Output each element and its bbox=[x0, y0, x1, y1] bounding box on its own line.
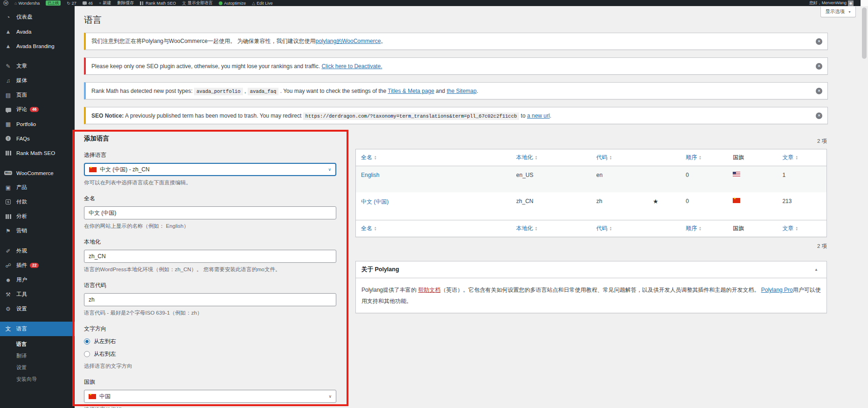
sort-icon bbox=[795, 226, 798, 231]
sidebar-item-media[interactable]: ♫ 媒体 bbox=[0, 73, 75, 88]
sort-posts-header[interactable]: 文章 bbox=[782, 225, 793, 232]
sidebar-item-label: WooCommerce bbox=[16, 170, 54, 176]
appearance-icon: ✐ bbox=[4, 248, 12, 254]
dismiss-notice-icon[interactable]: ✕ bbox=[816, 38, 822, 45]
dismiss-notice-icon[interactable]: ✕ bbox=[816, 88, 822, 94]
sidebar-item-marketing[interactable]: ⚑ 营销 bbox=[0, 224, 75, 238]
online-status-badge[interactable]: 已上线 bbox=[46, 0, 61, 6]
sort-name-header[interactable]: 全名 bbox=[361, 154, 372, 161]
sidebar-item-languages[interactable]: 文 语言 bbox=[0, 322, 75, 336]
sidebar-item-label: 插件 bbox=[16, 262, 27, 269]
sidebar-item-payments[interactable]: $ 付款 bbox=[0, 195, 75, 209]
sort-name-header[interactable]: 全名 bbox=[361, 225, 372, 232]
rtl-radio-option[interactable]: 从右到左 bbox=[84, 350, 336, 358]
sort-order-header[interactable]: 顺序 bbox=[686, 225, 697, 232]
submenu-item-settings[interactable]: 设置 bbox=[0, 362, 75, 373]
notice-text: . bbox=[550, 113, 551, 119]
sidebar-item-label: 页面 bbox=[16, 91, 27, 98]
about-body: Polylang提供了丰富的 帮助文档（英语）。它包含有关如何设置您的多语言站点… bbox=[356, 278, 826, 313]
sidebar-item-label: 设置 bbox=[16, 305, 27, 312]
collapse-toggle-icon[interactable]: ▲ bbox=[812, 267, 821, 273]
posts-count-cell: 1 bbox=[777, 166, 826, 193]
new-url-link[interactable]: a new url bbox=[527, 113, 550, 119]
rank-math-menu[interactable]: Rank Math SEO bbox=[140, 1, 176, 6]
sidebar-item-label: 分析 bbox=[16, 213, 27, 220]
flag-header: 国旗 bbox=[728, 220, 777, 237]
language-code-field[interactable] bbox=[84, 293, 336, 306]
new-content-menu[interactable]: + 新建 bbox=[99, 0, 111, 6]
table-footer-row: 全名 本地化 代码 顺序 国旗 文章 bbox=[356, 220, 827, 237]
flag-select[interactable]: ★ 中国 ∨ bbox=[84, 390, 336, 403]
site-menu[interactable]: ⌂ Wondersha bbox=[14, 1, 40, 6]
account-menu[interactable]: 您好，MervenWang ☻ bbox=[809, 0, 854, 6]
plugins-count-badge: 22 bbox=[30, 263, 39, 268]
sitemap-link[interactable]: the Sitemap bbox=[447, 88, 477, 94]
menu-separator bbox=[0, 160, 75, 166]
comments-icon bbox=[4, 107, 12, 112]
sidebar-item-faqs[interactable]: ! FAQs bbox=[0, 131, 75, 146]
sort-locale-header[interactable]: 本地化 bbox=[516, 154, 533, 161]
sidebar-item-label: 付款 bbox=[16, 198, 27, 205]
sidebar-item-tools[interactable]: ⚒ 工具 bbox=[0, 287, 75, 302]
wp-logo-menu[interactable]: W bbox=[3, 0, 8, 6]
comments-menu[interactable]: 46 bbox=[83, 1, 93, 6]
sidebar-item-comments[interactable]: 评论 46 bbox=[0, 102, 75, 117]
sidebar-item-dashboard[interactable]: ◔ 仪表盘 bbox=[0, 10, 75, 24]
sidebar-item-portfolio[interactable]: ▦ Portfolio bbox=[0, 117, 75, 131]
sidebar-item-plugins[interactable]: ☍ 插件 22 bbox=[0, 258, 75, 273]
sidebar-item-label: Avada Branding bbox=[16, 43, 55, 49]
sidebar-item-woocommerce[interactable]: Woo WooCommerce bbox=[0, 166, 75, 180]
edit-live-menu[interactable]: △ Edit Live bbox=[252, 1, 272, 6]
language-name-link[interactable]: English bbox=[361, 172, 379, 178]
submenu-item-languages[interactable]: 语言 bbox=[0, 338, 75, 350]
sidebar-item-users[interactable]: ☻ 用户 bbox=[0, 273, 75, 287]
updates-menu[interactable]: ↻ 27 bbox=[67, 1, 76, 6]
sort-icon bbox=[699, 155, 701, 160]
documentation-link[interactable]: 帮助文档 bbox=[418, 287, 440, 293]
sidebar-item-posts[interactable]: ✎ 文章 bbox=[0, 59, 75, 73]
sidebar-item-analytics[interactable]: 分析 bbox=[0, 209, 75, 224]
sidebar-item-products[interactable]: ▣ 产品 bbox=[0, 180, 75, 195]
dismiss-notice-icon[interactable]: ✕ bbox=[816, 113, 822, 119]
admin-notices: 我们注意到您正在将Polylang与WooCommerce一起使用。 为确保兼容… bbox=[84, 33, 828, 132]
clear-cache-menu[interactable]: 删除缓存 bbox=[117, 0, 134, 6]
deactivate-link[interactable]: Click here to Deactivate. bbox=[321, 63, 382, 70]
sidebar-item-avada-branding[interactable]: ▲ Avada Branding bbox=[0, 39, 75, 53]
rank-math-seo-icon bbox=[4, 151, 12, 155]
sort-posts-header[interactable]: 文章 bbox=[782, 154, 793, 161]
notice-text: Please keep only one SEO plugin active, … bbox=[91, 63, 321, 70]
dismiss-notice-icon[interactable]: ✕ bbox=[816, 63, 822, 70]
sidebar-item-appearance[interactable]: ✐ 外观 bbox=[0, 244, 75, 258]
submenu-item-setup-wizard[interactable]: 安装向导 bbox=[0, 373, 75, 385]
choose-language-select[interactable]: ★ 中文 (中国) - zh_CN ∨ bbox=[84, 163, 336, 176]
menu-separator bbox=[0, 316, 75, 322]
locale-field[interactable] bbox=[84, 250, 336, 263]
sidebar-item-avada[interactable]: ▲ Avada bbox=[0, 24, 75, 39]
titles-meta-link[interactable]: Titles & Meta page bbox=[388, 88, 434, 94]
polylang-woocommerce-link[interactable]: polylang的WooCommerce bbox=[316, 38, 381, 44]
sidebar-item-pages[interactable]: ▤ 页面 bbox=[0, 88, 75, 102]
sort-icon bbox=[535, 155, 537, 160]
sidebar-item-label: 产品 bbox=[16, 184, 27, 191]
fullname-field[interactable] bbox=[84, 206, 336, 219]
scrollbar[interactable] bbox=[861, 0, 868, 408]
screen-options-button[interactable]: 显示选项 ▼ bbox=[820, 7, 856, 17]
scrollbar-thumb[interactable] bbox=[862, 7, 867, 59]
sort-locale-header[interactable]: 本地化 bbox=[516, 225, 533, 232]
ltr-radio-option[interactable]: 从左到右 bbox=[84, 338, 336, 345]
language-code-label: 语言代码 bbox=[84, 281, 336, 289]
sort-code-header[interactable]: 代码 bbox=[596, 225, 607, 232]
chevron-down-icon: ∨ bbox=[328, 394, 332, 399]
locale-cell: en_US bbox=[511, 166, 591, 193]
sort-code-header[interactable]: 代码 bbox=[596, 154, 607, 161]
polylang-pro-link[interactable]: Polylang Pro bbox=[761, 287, 793, 293]
language-name-link[interactable]: 中文 (中国) bbox=[361, 198, 389, 205]
sidebar-item-settings[interactable]: ⚙ 设置 bbox=[0, 302, 75, 316]
sort-order-header[interactable]: 顺序 bbox=[686, 154, 697, 161]
show-all-languages-menu[interactable]: 文 显示全部语言 bbox=[182, 0, 213, 6]
sidebar-item-rank-math-seo[interactable]: Rank Math SEO bbox=[0, 146, 75, 160]
autoptimize-menu[interactable]: Autoptimize bbox=[219, 1, 246, 6]
submenu-item-translations[interactable]: 翻译 bbox=[0, 350, 75, 362]
text-direction-help: 选择语言的文字方向 bbox=[84, 363, 336, 370]
woocommerce-icon: Woo bbox=[4, 171, 12, 175]
